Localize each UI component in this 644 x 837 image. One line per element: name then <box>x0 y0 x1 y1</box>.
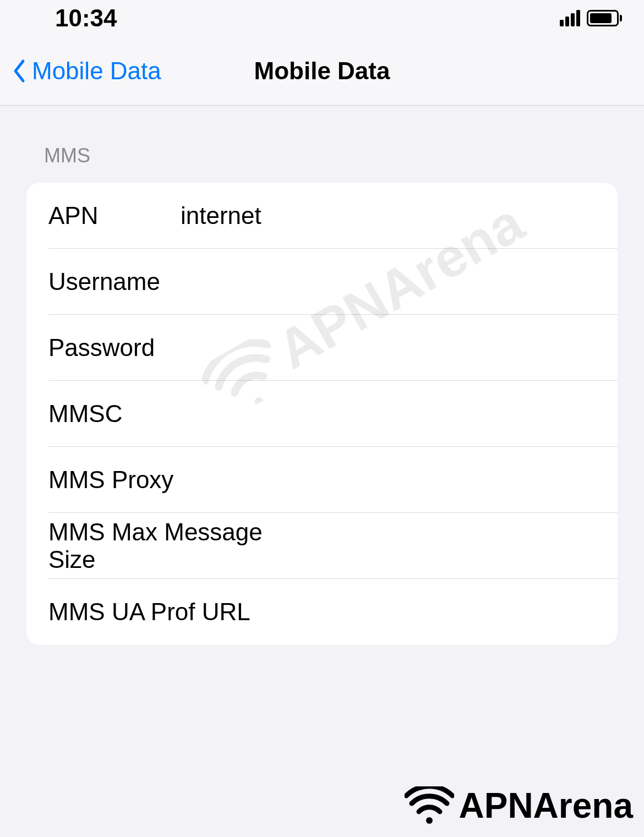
svg-point-0 <box>426 817 433 824</box>
mms-ua-prof-input[interactable] <box>250 598 596 626</box>
chevron-left-icon <box>12 59 25 83</box>
cellular-signal-icon <box>560 10 580 26</box>
row-mms-ua-prof[interactable]: MMS UA Prof URL <box>26 579 618 645</box>
row-label-mms-proxy: MMS Proxy <box>48 466 173 494</box>
row-username[interactable]: Username <box>26 249 618 315</box>
row-label-password: Password <box>48 334 181 362</box>
back-label: Mobile Data <box>32 57 161 85</box>
row-label-apn: APN <box>48 202 181 229</box>
settings-group-mms: APN Username Password MMSC MMS Proxy MMS… <box>26 183 618 645</box>
apn-input[interactable] <box>181 202 596 229</box>
footer-logo: APNArena <box>405 785 633 826</box>
password-input[interactable] <box>181 334 596 362</box>
mms-max-size-input[interactable] <box>293 532 596 560</box>
row-label-mms-ua-prof: MMS UA Prof URL <box>48 598 250 626</box>
footer-text: APNArena <box>459 785 633 826</box>
section-header-mms: MMS <box>26 144 618 183</box>
content: MMS APN Username Password MMSC MMS Proxy… <box>0 106 644 645</box>
mms-proxy-input[interactable] <box>173 466 596 494</box>
navigation-bar: Mobile Data Mobile Data <box>0 36 644 106</box>
battery-icon <box>587 10 622 26</box>
row-apn[interactable]: APN <box>26 183 618 249</box>
row-password[interactable]: Password <box>26 315 618 381</box>
wifi-icon <box>405 786 454 825</box>
status-bar: 10:34 <box>0 0 644 36</box>
page-title: Mobile Data <box>254 57 390 85</box>
status-time: 10:34 <box>55 4 117 32</box>
row-mms-proxy[interactable]: MMS Proxy <box>26 447 618 513</box>
row-label-mms-max-size: MMS Max Message Size <box>48 518 293 573</box>
back-button[interactable]: Mobile Data <box>0 57 161 85</box>
row-label-username: Username <box>48 268 181 296</box>
row-label-mmsc: MMSC <box>48 400 181 428</box>
username-input[interactable] <box>181 268 596 296</box>
row-mmsc[interactable]: MMSC <box>26 381 618 447</box>
status-indicators <box>560 10 622 26</box>
row-mms-max-size[interactable]: MMS Max Message Size <box>26 513 618 579</box>
mmsc-input[interactable] <box>181 400 596 428</box>
